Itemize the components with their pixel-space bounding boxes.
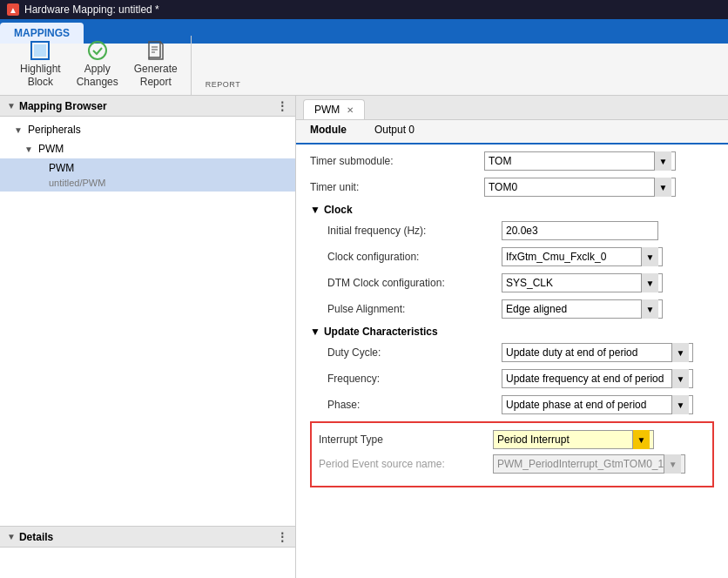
sub-tab-bar: Module Output 0 (296, 120, 728, 144)
mapping-browser-title: Mapping Browser (19, 100, 107, 112)
clock-section-header: ▼ Clock (310, 204, 714, 216)
mapping-browser-collapse-arrow[interactable]: ▼ (7, 101, 16, 111)
apply-changes-button[interactable]: ApplyChanges (71, 36, 125, 92)
apply-changes-icon (87, 40, 108, 61)
details-panel: ▼ Details ⋮ (0, 526, 295, 578)
period-event-label: Period Event source name: (319, 458, 493, 470)
pulse-align-row: Pulse Alignment: Edge aligned ▼ (327, 299, 714, 319)
timer-unit-arrow[interactable]: ▼ (654, 178, 671, 197)
tree-area: ▼ Peripherals ▼ PWM PWM untitled/PWM (0, 117, 295, 526)
initial-freq-control (502, 221, 658, 240)
dtm-clock-dropdown[interactable]: SYS_CLK ▼ (502, 273, 663, 292)
clock-section-label: Clock (324, 204, 353, 216)
dtm-clock-arrow[interactable]: ▼ (641, 273, 658, 292)
report-section-label: REPORT (206, 80, 240, 89)
sub-tab-output0[interactable]: Output 0 (361, 120, 428, 144)
period-event-arrow: ▼ (664, 454, 681, 474)
interrupt-type-dropdown[interactable]: Period Interrupt ▼ (493, 430, 654, 449)
interrupt-type-label: Interrupt Type (319, 434, 493, 446)
details-menu[interactable]: ⋮ (276, 530, 288, 544)
tree-peripherals-row[interactable]: ▼ Peripherals (0, 122, 295, 138)
highlight-block-icon (30, 40, 51, 61)
sub-tab-module-label: Module (310, 124, 347, 136)
duty-cycle-dropdown[interactable]: Update duty at end of period ▼ (502, 343, 693, 362)
update-section-header: ▼ Update Characteristics (310, 326, 714, 338)
timer-submodule-control: TOM ▼ (484, 151, 676, 171)
dtm-clock-row: DTM Clock configuration: SYS_CLK ▼ (327, 273, 714, 292)
sub-tab-module[interactable]: Module (296, 120, 361, 144)
timer-submodule-value: TOM (489, 155, 654, 167)
interrupt-section: Interrupt Type Period Interrupt ▼ Period… (310, 421, 714, 487)
mapping-browser-header-left: ▼ Mapping Browser (7, 100, 107, 112)
frequency-row: Frequency: Update frequency at end of pe… (327, 369, 714, 388)
timer-unit-dropdown[interactable]: TOM0 ▼ (484, 178, 676, 197)
right-tab-bar: PWM ✕ (296, 96, 728, 120)
timer-unit-value: TOM0 (489, 181, 654, 193)
details-header: ▼ Details ⋮ (0, 527, 295, 548)
pulse-align-control: Edge aligned ▼ (502, 299, 663, 319)
tree-pwm-item-row[interactable]: PWM (0, 160, 295, 176)
interrupt-type-value: Period Interrupt (497, 434, 632, 446)
tree-peripherals-label: Peripherals (28, 124, 81, 136)
timer-submodule-arrow[interactable]: ▼ (654, 151, 671, 171)
model-buttons: HighlightBlock ApplyChanges (14, 36, 184, 92)
phase-control: Update phase at end of period ▼ (502, 395, 693, 414)
tree-pwm-sublabel: untitled/PWM (49, 178, 105, 188)
period-event-dropdown: PWM_PeriodInterrupt_GtmTOM0_1 ▼ (493, 454, 685, 474)
left-panel: ▼ Mapping Browser ⋮ ▼ Peripherals ▼ PWM (0, 96, 296, 578)
generate-report-label: GenerateReport (134, 63, 178, 88)
timer-unit-control: TOM0 ▼ (484, 178, 676, 197)
dtm-clock-control: SYS_CLK ▼ (502, 273, 663, 292)
timer-unit-row: Timer unit: TOM0 ▼ (310, 178, 714, 197)
timer-submodule-dropdown[interactable]: TOM ▼ (484, 151, 676, 171)
tab-pwm-label: PWM (314, 104, 340, 116)
tab-pwm[interactable]: PWM ✕ (303, 99, 365, 119)
apply-changes-label: ApplyChanges (77, 63, 118, 88)
clock-section-content: Initial frequency (Hz): Clock configurat… (310, 221, 714, 319)
svg-point-2 (89, 42, 106, 59)
frequency-label: Frequency: (327, 373, 502, 385)
tree-pwm-item[interactable]: PWM untitled/PWM (0, 158, 295, 192)
tree-pwm-group-toggle[interactable]: ▼ (24, 144, 35, 154)
duty-cycle-row: Duty Cycle: Update duty at end of period… (327, 343, 714, 362)
title-bar: ▲ Hardware Mapping: untitled * (0, 0, 728, 19)
highlight-block-button[interactable]: HighlightBlock (14, 36, 67, 92)
timer-submodule-row: Timer submodule: TOM ▼ (310, 151, 714, 171)
clock-config-value: IfxGtm_Cmu_Fxclk_0 (506, 251, 641, 263)
duty-cycle-value: Update duty at end of period (506, 346, 671, 359)
right-panel: PWM ✕ Module Output 0 Timer submodule: T… (296, 96, 728, 578)
pulse-align-arrow[interactable]: ▼ (641, 299, 658, 319)
generate-report-icon (145, 40, 166, 61)
dtm-clock-value: SYS_CLK (506, 277, 641, 289)
generate-report-button[interactable]: GenerateReport (128, 36, 184, 92)
frequency-dropdown[interactable]: Update frequency at end of period ▼ (502, 369, 693, 388)
dtm-clock-label: DTM Clock configuration: (327, 277, 502, 289)
duty-cycle-label: Duty Cycle: (327, 346, 502, 359)
update-collapse-icon[interactable]: ▼ (310, 326, 320, 338)
clock-config-arrow[interactable]: ▼ (641, 247, 658, 266)
details-collapse-arrow[interactable]: ▼ (7, 532, 16, 541)
clock-config-row: Clock configuration: IfxGtm_Cmu_Fxclk_0 … (327, 247, 714, 266)
sub-tab-output0-label: Output 0 (374, 124, 415, 136)
phase-dropdown[interactable]: Update phase at end of period ▼ (502, 395, 693, 414)
tree-peripherals-toggle[interactable]: ▼ (14, 125, 24, 135)
initial-freq-input[interactable] (502, 221, 658, 240)
pulse-align-dropdown[interactable]: Edge aligned ▼ (502, 299, 663, 319)
tree-pwm-group-label: PWM (38, 143, 64, 155)
frequency-arrow[interactable]: ▼ (671, 369, 689, 388)
tree-pwm-group[interactable]: ▼ PWM (0, 139, 295, 158)
update-section-content: Duty Cycle: Update duty at end of period… (310, 343, 714, 414)
tree-peripherals[interactable]: ▼ Peripherals (0, 120, 295, 139)
phase-arrow[interactable]: ▼ (671, 395, 689, 414)
duty-cycle-arrow[interactable]: ▼ (671, 343, 689, 362)
clock-config-control: IfxGtm_Cmu_Fxclk_0 ▼ (502, 247, 663, 266)
initial-freq-row: Initial frequency (Hz): (327, 221, 714, 240)
interrupt-type-arrow[interactable]: ▼ (632, 430, 650, 449)
mapping-browser-menu[interactable]: ⋮ (276, 99, 288, 113)
tree-pwm-group-row[interactable]: ▼ PWM (0, 141, 295, 157)
model-group: HighlightBlock ApplyChanges (7, 36, 192, 103)
tab-pwm-close[interactable]: ✕ (347, 105, 354, 115)
clock-collapse-icon[interactable]: ▼ (310, 204, 320, 216)
report-group: REPORT (199, 50, 247, 89)
clock-config-dropdown[interactable]: IfxGtm_Cmu_Fxclk_0 ▼ (502, 247, 663, 266)
